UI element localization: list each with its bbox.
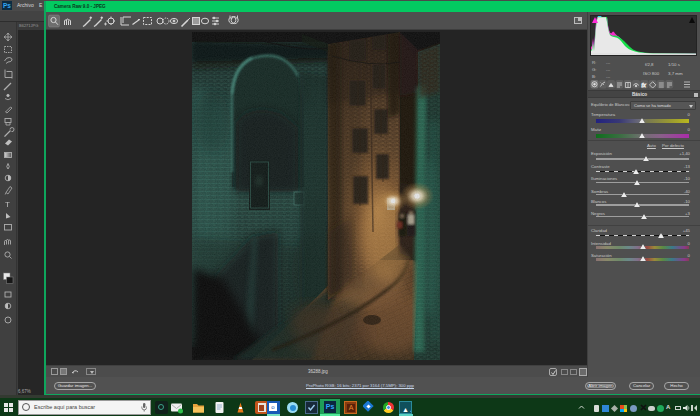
svg-text:fx: fx: [642, 82, 647, 88]
svg-text:T: T: [5, 200, 10, 209]
